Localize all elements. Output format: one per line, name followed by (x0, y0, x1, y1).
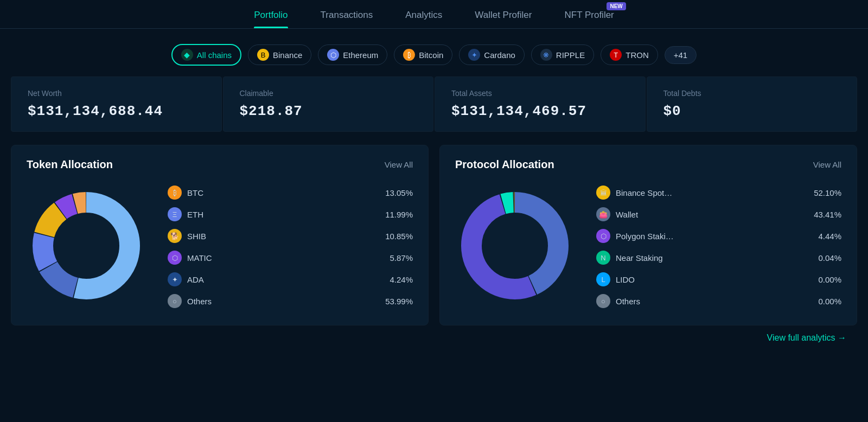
legend-percent: 0.00% (812, 297, 841, 306)
chain-pill-binance[interactable]: BBinance (248, 44, 311, 65)
legend-percent: 4.44% (812, 232, 841, 241)
chain-label: Bitcoin (419, 50, 443, 60)
legend-row: 👛Wallet43.41% (596, 203, 841, 225)
legend-name: Binance Spot… (616, 188, 672, 197)
chain-pill-tron[interactable]: TTRON (601, 44, 658, 65)
legend-left: NNear Staking (596, 251, 663, 265)
legend-row: 🐕SHIB10.85% (168, 225, 413, 247)
footer-row: View full analytics → (0, 325, 868, 348)
protocol-allocation-title: Protocol Allocation (455, 158, 554, 171)
legend-left: 🏛Binance Spot… (596, 186, 672, 200)
stat-label: Total Assets (451, 89, 629, 98)
legend-percent: 43.41% (812, 210, 841, 219)
token-allocation-panel: Token Allocation View All ₿BTC13.05%ΞETH… (11, 145, 429, 325)
legend-token-icon: 🐕 (168, 229, 182, 243)
legend-name: MATIC (187, 253, 220, 263)
nav-item-wallet-profiler[interactable]: Wallet Profiler (475, 10, 532, 28)
legend-token-icon: ⬡ (596, 229, 610, 243)
legend-name: ETH (187, 210, 220, 219)
token-legend: ₿BTC13.05%ΞETH11.99%🐕SHIB10.85%⬡MATIC5.8… (168, 182, 413, 312)
protocol-legend: 🏛Binance Spot…52.10%👛Wallet43.41%⬡Polygo… (596, 182, 841, 312)
legend-name: SHIB (187, 232, 220, 241)
tron-icon: T (610, 49, 622, 61)
view-full-analytics-link[interactable]: View full analytics → (767, 333, 846, 343)
legend-left: ₿BTC (168, 186, 220, 200)
chain-pill-more[interactable]: +41 (665, 46, 697, 64)
nav-item-portfolio[interactable]: Portfolio (254, 10, 288, 28)
bitcoin-icon: ₿ (403, 49, 415, 61)
legend-left: 🐕SHIB (168, 229, 220, 243)
legend-token-icon: ✦ (168, 272, 182, 286)
allocation-row: Token Allocation View All ₿BTC13.05%ΞETH… (11, 145, 857, 325)
legend-percent: 10.85% (383, 232, 413, 241)
legend-percent: 0.00% (812, 275, 841, 284)
legend-left: LLIDO (596, 272, 648, 286)
legend-token-icon: N (596, 251, 610, 265)
legend-row: NNear Staking0.04% (596, 247, 841, 268)
chain-pill-allchains[interactable]: ◆All chains (171, 44, 241, 66)
legend-row: ΞETH11.99% (168, 203, 413, 225)
legend-percent: 53.99% (383, 297, 413, 306)
legend-percent: 5.87% (383, 253, 413, 263)
protocol-donut (455, 186, 575, 308)
legend-token-icon: L (596, 272, 610, 286)
legend-percent: 11.99% (383, 210, 413, 219)
nav-item-nft-profiler[interactable]: NFT ProfilerNEW (564, 10, 614, 28)
ethereum-icon: ⬡ (327, 49, 339, 61)
chain-label: +41 (674, 50, 687, 60)
legend-left: ○Others (168, 294, 220, 308)
legend-row: LLIDO0.00% (596, 268, 841, 290)
legend-name: LIDO (616, 275, 648, 284)
nav-item-analytics[interactable]: Analytics (405, 10, 442, 28)
legend-left: ⬡MATIC (168, 251, 220, 265)
stat-value: $0 (663, 103, 841, 119)
nav-bar: PortfolioTransactionsAnalyticsWallet Pro… (0, 0, 868, 29)
chain-pill-cardano[interactable]: ✦Cardano (459, 44, 525, 65)
stats-row: Net Worth$131,134,688.44Claimable$218.87… (11, 76, 857, 132)
legend-left: 👛Wallet (596, 207, 648, 221)
cardano-icon: ✦ (468, 49, 480, 61)
legend-row: ✦ADA4.24% (168, 268, 413, 290)
legend-row: ⬡Polygon Staki…4.44% (596, 225, 841, 247)
stat-card-net-worth: Net Worth$131,134,688.44 (11, 76, 222, 132)
legend-token-icon: 👛 (596, 207, 610, 221)
stat-label: Total Debts (663, 89, 841, 98)
legend-percent: 13.05% (383, 188, 413, 197)
chain-label: RIPPLE (556, 50, 585, 60)
protocol-allocation-panel: Protocol Allocation View All 🏛Binance Sp… (439, 145, 857, 325)
legend-row: ⬡MATIC5.87% (168, 247, 413, 268)
legend-row: ○Others0.00% (596, 290, 841, 312)
stat-value: $218.87 (240, 103, 417, 119)
stat-card-total-assets: Total Assets$131,134,469.57 (435, 76, 646, 132)
chain-pill-ripple[interactable]: ❋RIPPLE (531, 44, 594, 65)
legend-name: Polygon Staki… (616, 232, 674, 241)
legend-name: Others (616, 297, 648, 306)
chain-label: Cardano (484, 50, 515, 60)
legend-row: ₿BTC13.05% (168, 182, 413, 203)
protocol-view-all[interactable]: View All (813, 160, 841, 169)
legend-row: ○Others53.99% (168, 290, 413, 312)
legend-name: ADA (187, 275, 220, 284)
legend-left: ○Others (596, 294, 648, 308)
chain-label: All chains (197, 50, 232, 60)
stat-value: $131,134,688.44 (28, 103, 205, 119)
legend-left: ✦ADA (168, 272, 220, 286)
stat-label: Claimable (240, 89, 417, 98)
legend-token-icon: 🏛 (596, 186, 610, 200)
ripple-icon: ❋ (540, 49, 552, 61)
chain-pill-ethereum[interactable]: ⬡Ethereum (318, 44, 387, 65)
stat-card-claimable: Claimable$218.87 (223, 76, 434, 132)
binance-icon: B (257, 49, 269, 61)
legend-name: Near Staking (616, 253, 663, 263)
stat-value: $131,134,469.57 (451, 103, 629, 119)
chain-label: TRON (626, 50, 649, 60)
legend-token-icon: ₿ (168, 186, 182, 200)
legend-percent: 52.10% (812, 188, 841, 197)
token-view-all[interactable]: View All (385, 160, 413, 169)
legend-row: 🏛Binance Spot…52.10% (596, 182, 841, 203)
legend-name: BTC (187, 188, 220, 197)
chain-pill-bitcoin[interactable]: ₿Bitcoin (394, 44, 452, 65)
nav-item-transactions[interactable]: Transactions (321, 10, 373, 28)
legend-name: Wallet (616, 210, 648, 219)
stat-label: Net Worth (28, 89, 205, 98)
